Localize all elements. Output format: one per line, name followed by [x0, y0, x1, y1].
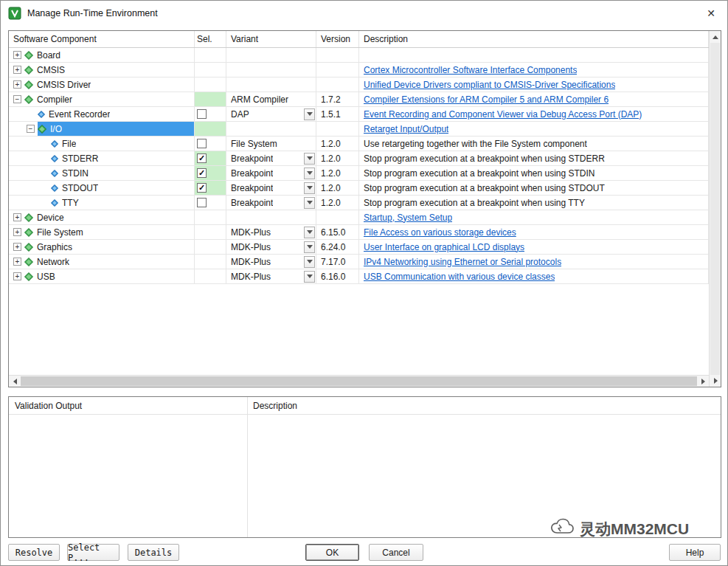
table-row[interactable]: +USBMDK-Plus6.16.0USB Communication with…	[9, 269, 709, 284]
table-row[interactable]: Event RecorderDAP1.5.1Event Recording an…	[9, 107, 709, 122]
close-button[interactable]: ✕	[695, 1, 727, 25]
cancel-button[interactable]: Cancel	[369, 544, 423, 561]
component-label: Device	[37, 213, 64, 223]
table-row[interactable]: STDIN✓Breakpoint1.2.0Stop program execut…	[9, 166, 709, 181]
component-checkbox[interactable]: ✓	[197, 168, 207, 178]
variant-dropdown-icon[interactable]	[304, 256, 315, 268]
expand-toggle-icon[interactable]: −	[13, 95, 21, 103]
description-link[interactable]: File Access on various storage devices	[364, 227, 516, 238]
column-header-software-component[interactable]: Software Component	[9, 31, 195, 47]
description-link[interactable]: Unified Device Drivers compliant to CMSI…	[364, 80, 615, 90]
column-header-sel[interactable]: Sel.	[195, 31, 226, 47]
table-row[interactable]: −I/ORetarget Input/Output	[9, 122, 709, 137]
expand-toggle-icon[interactable]: +	[13, 213, 21, 221]
column-header-variant[interactable]: Variant	[226, 31, 316, 47]
variant-cell: MDK-Plus	[226, 240, 316, 255]
expand-toggle-icon[interactable]: +	[13, 258, 21, 266]
sel-cell	[195, 77, 226, 92]
table-row[interactable]: +GraphicsMDK-Plus6.24.0User Interface on…	[9, 240, 709, 255]
variant-dropdown-icon[interactable]	[304, 153, 315, 165]
table-row[interactable]: STDOUT✓Breakpoint1.2.0Stop program execu…	[9, 181, 709, 196]
validation-panel-header: Validation Output Description	[9, 397, 721, 415]
variant-dropdown-icon[interactable]	[304, 197, 315, 209]
component-checkbox[interactable]	[197, 139, 207, 148]
horizontal-scroll-thumb[interactable]	[21, 376, 697, 386]
component-checkbox[interactable]: ✓	[197, 183, 207, 193]
table-row[interactable]: +DeviceStartup, System Setup	[9, 210, 709, 225]
close-icon: ✕	[707, 7, 715, 19]
variant-dropdown-icon[interactable]	[304, 241, 315, 253]
sel-cell	[195, 210, 226, 225]
column-header-description[interactable]: Description	[359, 31, 709, 47]
description-link[interactable]: User Interface on graphical LCD displays	[364, 242, 524, 252]
variant-cell	[226, 122, 316, 137]
component-cell: +CMSIS	[9, 63, 195, 77]
description-link[interactable]: Startup, System Setup	[364, 213, 452, 223]
component-checkbox[interactable]	[197, 109, 207, 119]
variant-dropdown-icon[interactable]	[304, 271, 315, 283]
component-cell: −Compiler	[9, 92, 195, 107]
sel-cell: ✓	[195, 181, 226, 196]
resolve-button[interactable]: Resolve	[8, 544, 60, 561]
component-checkbox[interactable]: ✓	[197, 153, 207, 163]
description-link[interactable]: Retarget Input/Output	[364, 124, 448, 134]
horizontal-scrollbar[interactable]	[9, 375, 709, 387]
details-button[interactable]: Details	[128, 544, 179, 561]
table-row[interactable]: +File SystemMDK-Plus6.15.0File Access on…	[9, 225, 709, 240]
version-cell	[316, 63, 359, 77]
table-row[interactable]: +CMSISCortex Microcontroller Software In…	[9, 63, 709, 77]
column-header-version[interactable]: Version	[316, 31, 359, 47]
scroll-down-icon[interactable]	[710, 375, 721, 387]
table-row[interactable]: TTYBreakpoint1.2.0Stop program execution…	[9, 196, 709, 210]
component-label: File System	[37, 227, 83, 238]
version-cell	[316, 77, 359, 92]
expand-toggle-icon[interactable]: −	[27, 125, 35, 133]
component-band: USB	[24, 269, 194, 283]
component-checkbox[interactable]	[197, 198, 207, 207]
expand-toggle-icon[interactable]: +	[13, 228, 21, 236]
table-row[interactable]: +NetworkMDK-Plus7.17.0IPv4 Networking us…	[9, 255, 709, 269]
table-row[interactable]: −CompilerARM Compiler1.7.2Compiler Exten…	[9, 92, 709, 107]
select-packs-button[interactable]: Select P...	[67, 544, 119, 561]
sel-cell	[195, 240, 226, 255]
table-row[interactable]: STDERR✓Breakpoint1.2.0Stop program execu…	[9, 151, 709, 166]
table-row[interactable]: +CMSIS DriverUnified Device Drivers comp…	[9, 77, 709, 92]
component-label: USB	[37, 272, 55, 282]
component-band: TTY	[51, 196, 194, 210]
component-diamond-icon	[38, 125, 46, 134]
description-link[interactable]: Cortex Microcontroller Software Interfac…	[364, 65, 577, 75]
variant-dropdown-icon[interactable]	[304, 108, 315, 120]
sel-cell	[195, 137, 226, 151]
variant-dropdown-icon[interactable]	[304, 182, 315, 194]
vertical-scrollbar[interactable]	[709, 31, 721, 387]
description-link[interactable]: Compiler Extensions for ARM Compiler 5 a…	[364, 94, 609, 105]
scroll-up-icon[interactable]	[710, 31, 721, 43]
ok-button[interactable]: OK	[305, 544, 359, 561]
version-value: 7.17.0	[321, 257, 345, 267]
variant-cell: Breakpoint	[226, 151, 316, 166]
component-cell: +Device	[9, 210, 195, 225]
table-row[interactable]: +Board	[9, 48, 709, 63]
description-cell: IPv4 Networking using Ethernet or Serial…	[359, 255, 709, 269]
help-button[interactable]: Help	[669, 544, 721, 561]
version-value: 1.7.2	[321, 94, 341, 105]
sel-cell	[195, 225, 226, 240]
description-text: Use retargeting together with the File S…	[364, 139, 587, 149]
description-link[interactable]: Event Recording and Component Viewer via…	[364, 109, 642, 120]
expand-toggle-icon[interactable]: +	[13, 243, 21, 251]
expand-toggle-icon[interactable]: +	[13, 272, 21, 280]
scroll-right-icon[interactable]	[697, 376, 709, 387]
variant-dropdown-icon[interactable]	[304, 227, 315, 238]
description-link[interactable]: IPv4 Networking using Ethernet or Serial…	[364, 257, 561, 267]
version-cell	[316, 48, 359, 63]
variant-dropdown-icon[interactable]	[304, 168, 315, 179]
expand-toggle-icon[interactable]: +	[13, 80, 21, 89]
component-cell: +Network	[9, 255, 195, 269]
description-link[interactable]: USB Communication with various device cl…	[364, 272, 555, 282]
vertical-scroll-thumb[interactable]	[710, 43, 720, 375]
scroll-left-icon[interactable]	[9, 376, 21, 387]
expand-toggle-icon[interactable]: +	[13, 51, 21, 59]
expand-toggle-icon[interactable]: +	[13, 66, 21, 74]
table-row[interactable]: FileFile System1.2.0Use retargeting toge…	[9, 137, 709, 151]
version-value: 1.2.0	[321, 139, 341, 149]
